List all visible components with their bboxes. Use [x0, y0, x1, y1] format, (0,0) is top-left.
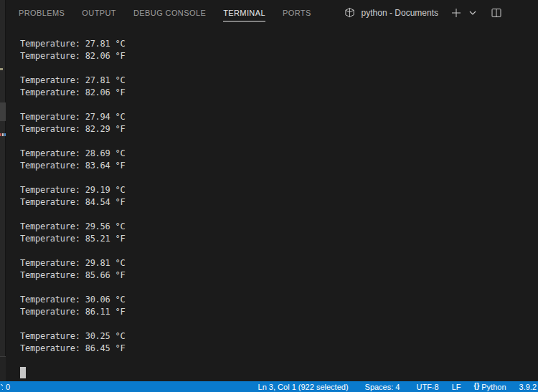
terminal-line: Temperature: 86.11 °F [20, 306, 538, 318]
temperature-reading-group: Temperature: 30.06 °CTemperature: 86.11 … [20, 294, 538, 318]
terminal-line: Temperature: 82.06 °F [20, 50, 538, 62]
tab-problems[interactable]: PROBLEMS [19, 0, 65, 25]
status-indentation[interactable]: Spaces: 4 [359, 383, 410, 391]
tab-output[interactable]: OUTPUT [82, 0, 116, 25]
terminal-line: Temperature: 27.81 °C [20, 38, 538, 50]
terminal-line: Temperature: 85.66 °F [20, 269, 538, 282]
terminal-line: Temperature: 29.56 °C [20, 221, 538, 233]
temperature-reading-group: Temperature: 29.81 °CTemperature: 85.66 … [20, 257, 538, 282]
braces-icon: { } [473, 382, 478, 390]
terminal-panel: PROBLEMS OUTPUT DEBUG CONSOLE TERMINAL P… [6, 0, 538, 381]
temperature-reading-group: Temperature: 29.19 °CTemperature: 84.54 … [20, 184, 538, 209]
scrollbar-thumb-artifact [0, 102, 6, 121]
temperature-reading-group: Temperature: 29.56 °CTemperature: 85.21 … [20, 221, 538, 245]
terminal-line: Temperature: 30.06 °C [20, 294, 538, 306]
terminal-prompt-line [20, 367, 538, 379]
terminal-line: Temperature: 83.64 °F [20, 160, 538, 172]
status-python-version[interactable]: 3.9.2 [513, 383, 538, 391]
terminal-line: Temperature: 82.29 °F [20, 123, 538, 135]
terminal-line: Temperature: 29.81 °C [20, 257, 538, 269]
tab-ports[interactable]: PORTS [283, 0, 311, 25]
terminal-profile-icon [344, 7, 355, 18]
terminal-line: Temperature: 28.69 °C [20, 148, 538, 160]
terminal-line: Temperature: 85.21 °F [20, 233, 538, 245]
status-right: Ln 3, Col 1 (922 selected) Spaces: 4 UTF… [252, 383, 538, 391]
temperature-reading-group: Temperature: 27.81 °CTemperature: 82.06 … [20, 75, 538, 99]
terminal-line: Temperature: 84.54 °F [20, 196, 538, 209]
strip-bottom [0, 357, 6, 381]
terminal-line: Temperature: 29.19 °C [20, 184, 538, 196]
terminal-line: Temperature: 82.06 °F [20, 87, 538, 99]
status-bar: 0 Ln 3, Col 1 (922 selected) Spaces: 4 U… [0, 381, 538, 392]
terminal-line: Temperature: 86.45 °F [20, 343, 538, 355]
temperature-reading-group: Temperature: 27.81 °CTemperature: 82.06 … [20, 38, 538, 62]
terminal-line: Temperature: 27.81 °C [20, 75, 538, 87]
panel-header: PROBLEMS OUTPUT DEBUG CONSOLE TERMINAL P… [6, 0, 538, 25]
temperature-reading-group: Temperature: 27.94 °CTemperature: 82.29 … [20, 111, 538, 135]
terminal-output[interactable]: Temperature: 27.81 °CTemperature: 82.06 … [6, 25, 538, 379]
minimap-tick-artifact [0, 68, 3, 70]
tab-terminal[interactable]: TERMINAL [223, 0, 265, 25]
status-language-label: Python [481, 383, 506, 391]
warning-icon-clipped [0, 384, 3, 390]
terminal-line: Temperature: 30.25 °C [20, 330, 538, 343]
terminal-cursor [20, 367, 26, 378]
status-eol[interactable]: LF [445, 383, 468, 391]
terminal-line: Temperature: 27.94 °C [20, 111, 538, 123]
panel-tab-bar: PROBLEMS OUTPUT DEBUG CONSOLE TERMINAL P… [19, 0, 311, 25]
terminal-profile-label[interactable]: python - Documents [362, 8, 438, 18]
chevron-down-icon[interactable] [467, 7, 478, 19]
new-terminal-plus-icon[interactable] [450, 7, 462, 19]
status-cursor-position[interactable]: Ln 3, Col 1 (922 selected) [252, 383, 359, 391]
temperature-reading-group: Temperature: 28.69 °CTemperature: 83.64 … [20, 148, 538, 172]
split-terminal-icon[interactable] [491, 7, 502, 19]
status-left: 0 [0, 383, 10, 391]
warnings-count[interactable]: 0 [6, 383, 10, 391]
status-language[interactable]: { } Python [467, 383, 512, 391]
color-dots-artifact [0, 133, 6, 136]
status-encoding[interactable]: UTF-8 [410, 383, 445, 391]
window-edge-sliver [0, 0, 6, 381]
temperature-reading-group: Temperature: 30.25 °CTemperature: 86.45 … [20, 330, 538, 355]
terminal-header-actions: python - Documents [344, 0, 502, 25]
tab-debug-console[interactable]: DEBUG CONSOLE [133, 0, 206, 25]
